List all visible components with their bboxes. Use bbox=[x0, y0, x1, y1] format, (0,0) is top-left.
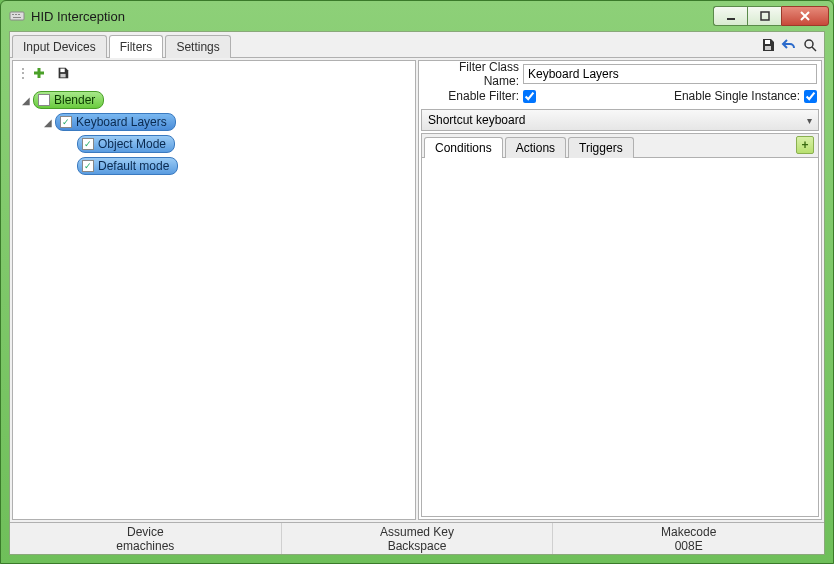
svg-rect-7 bbox=[765, 40, 770, 44]
app-icon bbox=[9, 8, 25, 24]
window-controls bbox=[713, 6, 829, 26]
tree-pane: ⋮ ◢ Blender bbox=[12, 60, 416, 520]
svg-rect-11 bbox=[60, 74, 65, 78]
maximize-button[interactable] bbox=[747, 6, 781, 26]
section-shortcut-keyboard[interactable]: Shortcut keyboard bbox=[421, 109, 819, 131]
enable-single-instance-checkbox[interactable] bbox=[804, 90, 817, 103]
expander-icon[interactable]: ◢ bbox=[41, 115, 55, 129]
tree-node-blender[interactable]: ◢ Blender bbox=[15, 89, 413, 111]
subtab-container: Conditions Actions Triggers + bbox=[421, 133, 819, 517]
tree-node-label: Default mode bbox=[98, 159, 169, 173]
status-device-label: Device bbox=[10, 525, 281, 539]
tree-node-checkbox[interactable]: ✓ bbox=[82, 160, 94, 172]
tree-node-pill[interactable]: ✓ Object Mode bbox=[77, 135, 175, 153]
tree-toolbar: ⋮ bbox=[13, 61, 415, 85]
plus-icon: + bbox=[801, 138, 808, 152]
status-makecode-value: 008E bbox=[553, 539, 824, 553]
enable-single-instance-label: Enable Single Instance: bbox=[674, 89, 804, 103]
subtab-strip: Conditions Actions Triggers + bbox=[422, 134, 818, 158]
tree-node-checkbox[interactable]: ✓ bbox=[82, 138, 94, 150]
svg-rect-2 bbox=[15, 14, 17, 15]
save-icon[interactable] bbox=[758, 35, 778, 55]
add-icon[interactable] bbox=[29, 63, 49, 83]
section-header-label: Shortcut keyboard bbox=[428, 113, 525, 127]
filter-class-name-input[interactable] bbox=[523, 64, 817, 84]
status-assumed-key-value: Backspace bbox=[282, 539, 553, 553]
tree-node-checkbox[interactable] bbox=[38, 94, 50, 106]
subtab-content bbox=[422, 158, 818, 516]
svg-rect-5 bbox=[727, 18, 735, 20]
row-filter-class-name: Filter Class Name: bbox=[423, 63, 817, 85]
tree-node-pill[interactable]: ✓ Default mode bbox=[77, 157, 178, 175]
status-makecode: Makecode 008E bbox=[552, 523, 824, 554]
svg-rect-1 bbox=[12, 14, 14, 15]
search-icon[interactable] bbox=[800, 35, 820, 55]
add-subitem-button[interactable]: + bbox=[796, 136, 814, 154]
save-tree-icon[interactable] bbox=[53, 63, 73, 83]
subtab-conditions[interactable]: Conditions bbox=[424, 137, 503, 158]
tree-node-label: Keyboard Layers bbox=[76, 115, 167, 129]
filter-class-name-label: Filter Class Name: bbox=[423, 60, 523, 88]
filter-tree[interactable]: ◢ Blender ◢ ✓ Keyboard Layers bbox=[13, 85, 415, 519]
tree-node-label: Blender bbox=[54, 93, 95, 107]
svg-rect-10 bbox=[60, 69, 64, 73]
status-assumed-key: Assumed Key Backspace bbox=[281, 523, 553, 554]
tree-node-default-mode[interactable]: ✓ Default mode bbox=[15, 155, 413, 177]
tree-node-label: Object Mode bbox=[98, 137, 166, 151]
svg-rect-3 bbox=[18, 14, 20, 15]
status-device-value: emachines bbox=[10, 539, 281, 553]
subtab-actions[interactable]: Actions bbox=[505, 137, 566, 158]
status-assumed-key-label: Assumed Key bbox=[282, 525, 553, 539]
window-title: HID Interception bbox=[31, 9, 713, 24]
tabstrip-toolbar bbox=[758, 35, 824, 55]
application-window: HID Interception Input Devices Filters S… bbox=[0, 0, 834, 564]
close-button[interactable] bbox=[781, 6, 829, 26]
status-bar: Device emachines Assumed Key Backspace M… bbox=[10, 522, 824, 554]
tab-filters[interactable]: Filters bbox=[109, 35, 164, 58]
filter-form: Filter Class Name: Enable Filter: Enable… bbox=[419, 61, 821, 109]
tab-input-devices[interactable]: Input Devices bbox=[12, 35, 107, 58]
svg-rect-6 bbox=[761, 12, 769, 20]
enable-filter-checkbox[interactable] bbox=[523, 90, 536, 103]
svg-rect-8 bbox=[765, 46, 771, 50]
row-enable-flags: Enable Filter: Enable Single Instance: bbox=[423, 85, 817, 107]
svg-point-9 bbox=[805, 40, 813, 48]
titlebar[interactable]: HID Interception bbox=[1, 1, 833, 31]
tree-node-object-mode[interactable]: ✓ Object Mode bbox=[15, 133, 413, 155]
status-device: Device emachines bbox=[10, 523, 281, 554]
tree-node-keyboard-layers[interactable]: ◢ ✓ Keyboard Layers bbox=[15, 111, 413, 133]
expander-icon[interactable]: ◢ bbox=[19, 93, 33, 107]
enable-filter-label: Enable Filter: bbox=[423, 89, 523, 103]
tree-node-pill[interactable]: ✓ Keyboard Layers bbox=[55, 113, 176, 131]
main-tabstrip: Input Devices Filters Settings bbox=[10, 32, 824, 58]
client-area: Input Devices Filters Settings ⋮ bbox=[9, 31, 825, 555]
svg-rect-4 bbox=[13, 17, 21, 18]
tree-node-pill[interactable]: Blender bbox=[33, 91, 104, 109]
status-makecode-label: Makecode bbox=[553, 525, 824, 539]
detail-pane: Filter Class Name: Enable Filter: Enable… bbox=[418, 60, 822, 520]
main-split: ⋮ ◢ Blender bbox=[10, 58, 824, 522]
subtab-triggers[interactable]: Triggers bbox=[568, 137, 634, 158]
undo-icon[interactable] bbox=[779, 35, 799, 55]
tab-settings[interactable]: Settings bbox=[165, 35, 230, 58]
tree-toolbar-separator: ⋮ bbox=[17, 66, 25, 80]
minimize-button[interactable] bbox=[713, 6, 747, 26]
tree-node-checkbox[interactable]: ✓ bbox=[60, 116, 72, 128]
svg-rect-0 bbox=[10, 12, 24, 20]
